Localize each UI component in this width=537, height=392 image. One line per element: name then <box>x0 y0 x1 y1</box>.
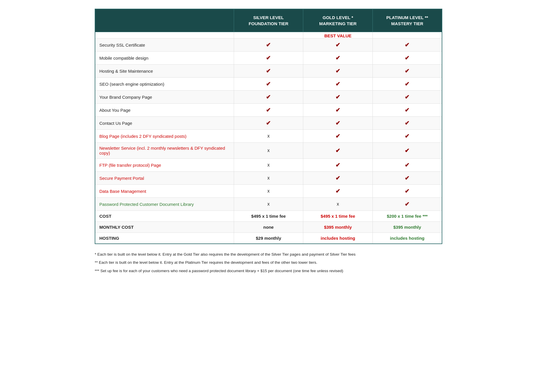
gold-cell: ✔ <box>303 39 373 52</box>
gold-cell: ✔ <box>303 104 373 117</box>
gold-cell: ✔ <box>303 91 373 104</box>
platinum-checkmark: ✔ <box>405 68 410 74</box>
platinum-title-line2: MASTERY TIER <box>391 21 423 26</box>
platinum-checkmark: ✔ <box>405 133 410 139</box>
platinum-checkmark: ✔ <box>405 120 410 126</box>
feature-name-cell: Blog Page (includes 2 DFY syndicated pos… <box>95 130 234 143</box>
feature-row: Security SSL Certificate✔✔✔ <box>95 39 442 52</box>
gold-checkmark: ✔ <box>335 81 340 87</box>
feature-name-cell: Data Base Management <box>95 185 234 198</box>
gold-cell: ✔ <box>303 117 373 130</box>
platinum-cell: ✔ <box>372 91 442 104</box>
platinum-cell: ✔ <box>372 198 442 211</box>
gold-xmark: x <box>337 202 339 206</box>
silver-xmark: x <box>267 162 270 167</box>
platinum-title-line1: PLATINUM LEVEL ** <box>386 15 428 20</box>
gold-cell: ✔ <box>303 130 373 143</box>
platinum-cell: ✔ <box>372 39 442 52</box>
silver-cell: x <box>234 172 303 185</box>
gold-title-line2: MARKETING TIER <box>319 21 357 26</box>
silver-cell: ✔ <box>234 52 303 65</box>
silver-cell: x <box>234 159 303 172</box>
gold-cell: ✔ <box>303 143 373 159</box>
platinum-cell: ✔ <box>372 52 442 65</box>
gold-cell: ✔ <box>303 65 373 78</box>
silver-cell: ✔ <box>234 117 303 130</box>
silver-xmark: x <box>267 202 270 206</box>
gold-cost-cell: includes hosting <box>303 233 373 244</box>
gold-checkmark: ✔ <box>335 107 340 113</box>
best-value-silver-cell <box>234 32 303 39</box>
feature-row: SEO (search engine optimization)✔✔✔ <box>95 78 442 91</box>
cost-label-cell: COST <box>95 211 234 222</box>
header-feature-col <box>95 9 234 32</box>
gold-cell: x <box>303 198 373 211</box>
silver-checkmark: ✔ <box>266 94 271 100</box>
gold-checkmark: ✔ <box>335 42 340 48</box>
feature-row: Password Protected Customer Document Lib… <box>95 198 442 211</box>
feature-name-cell: Secure Payment Portal <box>95 172 234 185</box>
header-silver-col: SILVER LEVEL FOUNDATION TIER <box>234 9 303 32</box>
header-platinum-col: PLATINUM LEVEL ** MASTERY TIER <box>372 9 442 32</box>
gold-cell: ✔ <box>303 185 373 198</box>
silver-xmark: x <box>267 133 270 138</box>
gold-checkmark: ✔ <box>335 94 340 100</box>
gold-title-line1: GOLD LEVEL * <box>323 15 353 20</box>
platinum-checkmark: ✔ <box>405 147 410 154</box>
platinum-cell: ✔ <box>372 78 442 91</box>
gold-cell: ✔ <box>303 159 373 172</box>
feature-row: FTP (file transfer protocol) Pagex✔✔ <box>95 159 442 172</box>
best-value-gold-cell: BEST VALUE <box>303 32 373 39</box>
silver-checkmark: ✔ <box>266 42 271 48</box>
feature-row: About You Page✔✔✔ <box>95 104 442 117</box>
gold-cost-cell: $495 x 1 time fee <box>303 211 373 222</box>
silver-checkmark: ✔ <box>266 120 271 126</box>
silver-cell: ✔ <box>234 39 303 52</box>
gold-checkmark: ✔ <box>335 68 340 74</box>
footnote-3: *** Set up fee is for each of your custo… <box>95 268 442 274</box>
feature-name-cell: Hosting & Site Maintenance <box>95 65 234 78</box>
platinum-cell: ✔ <box>372 117 442 130</box>
page-wrapper: SILVER LEVEL FOUNDATION TIER GOLD LEVEL … <box>95 9 442 274</box>
gold-checkmark: ✔ <box>335 55 340 61</box>
footnotes-section: * Each tier is built on the level below … <box>95 251 442 274</box>
feature-name-cell: Newsletter Service (incl. 2 monthly news… <box>95 143 234 159</box>
platinum-cell: ✔ <box>372 172 442 185</box>
feature-row: Hosting & Site Maintenance✔✔✔ <box>95 65 442 78</box>
silver-cell: x <box>234 130 303 143</box>
best-value-feature-cell <box>95 32 234 39</box>
silver-xmark: x <box>267 175 270 180</box>
silver-xmark: x <box>267 148 270 153</box>
silver-cell: ✔ <box>234 91 303 104</box>
platinum-checkmark: ✔ <box>405 175 410 181</box>
feature-name-cell: Your Brand Company Page <box>95 91 234 104</box>
cost-label-cell: MONTHLY COST <box>95 222 234 233</box>
cost-row: MONTHLY COSTnone$395 monthly$395 monthly <box>95 222 442 233</box>
silver-title-line2: FOUNDATION TIER <box>249 21 288 26</box>
feature-row: Newsletter Service (incl. 2 monthly news… <box>95 143 442 159</box>
gold-checkmark: ✔ <box>335 162 340 168</box>
platinum-checkmark: ✔ <box>405 94 410 100</box>
platinum-cost-cell: $200 x 1 time fee *** <box>372 211 442 222</box>
silver-cell: x <box>234 185 303 198</box>
platinum-checkmark: ✔ <box>405 42 410 48</box>
feature-row: Data Base Managementx✔✔ <box>95 185 442 198</box>
gold-checkmark: ✔ <box>335 133 340 139</box>
platinum-checkmark: ✔ <box>405 188 410 194</box>
feature-name-cell: Contact Us Page <box>95 117 234 130</box>
platinum-checkmark: ✔ <box>405 107 410 113</box>
gold-cell: ✔ <box>303 52 373 65</box>
header-gold-col: GOLD LEVEL * MARKETING TIER <box>303 9 373 32</box>
silver-checkmark: ✔ <box>266 81 271 87</box>
feature-name-cell: SEO (search engine optimization) <box>95 78 234 91</box>
silver-cost-cell: none <box>234 222 303 233</box>
silver-checkmark: ✔ <box>266 107 271 113</box>
feature-row: Secure Payment Portalx✔✔ <box>95 172 442 185</box>
platinum-cell: ✔ <box>372 159 442 172</box>
platinum-cell: ✔ <box>372 143 442 159</box>
footnote-2: ** Each tier is built on the level below… <box>95 259 442 266</box>
footnote-1: * Each tier is built on the level below … <box>95 251 442 258</box>
silver-cost-cell: $29 monthly <box>234 233 303 244</box>
platinum-checkmark: ✔ <box>405 55 410 61</box>
gold-checkmark: ✔ <box>335 188 340 194</box>
